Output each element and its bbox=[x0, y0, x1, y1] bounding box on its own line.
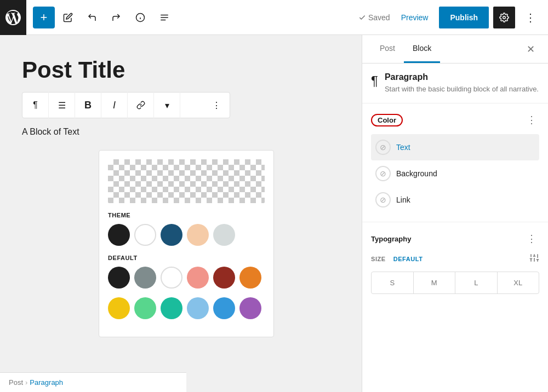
color-option-link[interactable]: ⊘ Link bbox=[371, 187, 539, 213]
swatch-orange[interactable] bbox=[239, 267, 261, 289]
typography-header: Typography ⋮ bbox=[371, 231, 539, 246]
color-link-label: Link bbox=[396, 195, 410, 204]
default-swatches-row2 bbox=[108, 297, 265, 319]
pencil-icon bbox=[63, 13, 73, 22]
color-more-button[interactable]: ⋮ bbox=[524, 112, 539, 128]
theme-swatches bbox=[108, 224, 265, 246]
info-button[interactable] bbox=[129, 7, 151, 28]
editor-content: Post Title ¶ ☰ B I ▾ ⋮ A Block of Text T… bbox=[22, 57, 340, 337]
svg-point-6 bbox=[503, 16, 506, 19]
redo-button[interactable] bbox=[105, 7, 127, 28]
size-default-label: DEFAULT bbox=[393, 256, 423, 262]
more-rich-text-button[interactable]: ▾ bbox=[154, 92, 180, 118]
more-options-button[interactable]: ⋮ bbox=[520, 7, 541, 28]
align-tool-button[interactable]: ☰ bbox=[49, 92, 75, 118]
swatch-blue[interactable] bbox=[213, 297, 235, 319]
settings-button[interactable] bbox=[493, 7, 515, 28]
background-no-color-icon: ⊘ bbox=[375, 166, 391, 181]
swatch-yellow[interactable] bbox=[108, 297, 130, 319]
swatch-purple[interactable] bbox=[239, 297, 261, 319]
sidebar-close-button[interactable]: ✕ bbox=[522, 41, 539, 58]
block-info: ¶ Paragraph Start with the basic buildin… bbox=[362, 64, 548, 103]
breadcrumb-separator: › bbox=[25, 378, 27, 387]
block-more-button[interactable]: ⋮ bbox=[203, 92, 230, 118]
theme-swatch-white[interactable] bbox=[134, 224, 156, 246]
default-swatches-row1 bbox=[108, 267, 265, 289]
paragraph-tool-button[interactable]: ¶ bbox=[22, 92, 49, 118]
breadcrumb-current[interactable]: Paragraph bbox=[30, 378, 63, 387]
tab-block[interactable]: Block bbox=[404, 35, 440, 63]
typography-more-button[interactable]: ⋮ bbox=[524, 231, 539, 246]
wp-logo[interactable] bbox=[0, 0, 26, 35]
size-m-button[interactable]: M bbox=[414, 272, 456, 293]
redo-icon bbox=[111, 13, 121, 22]
undo-button[interactable] bbox=[81, 7, 103, 28]
info-icon bbox=[135, 13, 145, 22]
link-tool-button[interactable] bbox=[128, 92, 154, 118]
color-text-label: Text bbox=[396, 143, 410, 152]
saved-status: Saved bbox=[358, 13, 390, 22]
color-background-label: Background bbox=[396, 169, 437, 178]
size-buttons: S M L XL bbox=[371, 272, 539, 294]
size-xl-button[interactable]: XL bbox=[498, 272, 539, 293]
theme-swatch-peach[interactable] bbox=[187, 224, 209, 246]
top-toolbar: + Saved Preview Publish ⋮ bbox=[0, 0, 548, 35]
size-s-button[interactable]: S bbox=[372, 272, 414, 293]
color-picker-wrapper: THEME DEFAULT bbox=[22, 150, 340, 337]
add-block-button[interactable]: + bbox=[33, 7, 55, 28]
main-layout: Post Title ¶ ☰ B I ▾ ⋮ A Block of Text T… bbox=[0, 35, 548, 392]
more-icon: ⋮ bbox=[525, 11, 536, 24]
size-row: SIZE DEFAULT bbox=[371, 253, 539, 265]
color-picker-panel: THEME DEFAULT bbox=[99, 150, 274, 337]
color-option-text[interactable]: ⊘ Text bbox=[371, 134, 539, 160]
typography-title: Typography bbox=[371, 235, 411, 243]
bold-tool-button[interactable]: B bbox=[75, 92, 101, 118]
block-info-title: Paragraph bbox=[385, 72, 539, 82]
block-text[interactable]: A Block of Text bbox=[22, 125, 340, 139]
add-icon: + bbox=[41, 10, 48, 25]
color-panel-section: Color ⋮ ⊘ Text ⊘ Background ⊘ Link bbox=[362, 103, 548, 222]
swatch-black[interactable] bbox=[108, 267, 130, 289]
breadcrumb-post[interactable]: Post bbox=[9, 378, 23, 387]
default-label: DEFAULT bbox=[108, 255, 265, 261]
link-no-color-icon: ⊘ bbox=[375, 192, 391, 207]
swatch-gray[interactable] bbox=[134, 267, 156, 289]
toolbar-right: Saved Preview Publish ⋮ bbox=[358, 7, 541, 28]
size-l-button[interactable]: L bbox=[455, 272, 498, 293]
right-sidebar: Post Block ✕ ¶ Paragraph Start with the … bbox=[362, 35, 548, 392]
check-icon bbox=[358, 14, 366, 21]
breadcrumb: Post › Paragraph bbox=[0, 372, 186, 392]
swatch-red[interactable] bbox=[213, 267, 235, 289]
block-info-description: Start with the basic building block of a… bbox=[385, 84, 539, 94]
publish-button[interactable]: Publish bbox=[439, 7, 489, 28]
close-icon: ✕ bbox=[527, 43, 535, 55]
list-view-button[interactable] bbox=[153, 7, 175, 28]
size-slider-icon[interactable] bbox=[529, 253, 539, 265]
swatch-lightblue[interactable] bbox=[187, 297, 209, 319]
size-label: SIZE bbox=[371, 256, 386, 262]
list-icon bbox=[159, 13, 169, 22]
color-option-background[interactable]: ⊘ Background bbox=[371, 160, 539, 187]
theme-label: THEME bbox=[108, 212, 265, 218]
swatch-lightgreen[interactable] bbox=[134, 297, 156, 319]
block-formatting-toolbar: ¶ ☰ B I ▾ ⋮ bbox=[22, 92, 230, 118]
tool-pencil-button[interactable] bbox=[57, 7, 79, 28]
link-icon bbox=[136, 101, 145, 109]
theme-swatch-lightgray[interactable] bbox=[213, 224, 235, 246]
undo-icon bbox=[87, 13, 97, 22]
tab-post[interactable]: Post bbox=[371, 35, 404, 63]
typography-section: Typography ⋮ SIZE DEFAULT S M L bbox=[362, 222, 548, 303]
theme-swatch-black[interactable] bbox=[108, 224, 130, 246]
color-section-title: Color bbox=[371, 114, 403, 126]
swatch-pink[interactable] bbox=[187, 267, 209, 289]
saved-label: Saved bbox=[368, 13, 390, 22]
italic-tool-button[interactable]: I bbox=[101, 92, 128, 118]
theme-swatch-teal[interactable] bbox=[161, 224, 182, 246]
swatch-white[interactable] bbox=[161, 267, 182, 289]
swatch-teal[interactable] bbox=[161, 297, 182, 319]
post-title[interactable]: Post Title bbox=[22, 57, 340, 83]
paragraph-icon: ¶ bbox=[371, 73, 378, 89]
sidebar-tabs: Post Block ✕ bbox=[362, 35, 548, 64]
checker-background bbox=[108, 159, 265, 203]
preview-button[interactable]: Preview bbox=[395, 9, 435, 26]
